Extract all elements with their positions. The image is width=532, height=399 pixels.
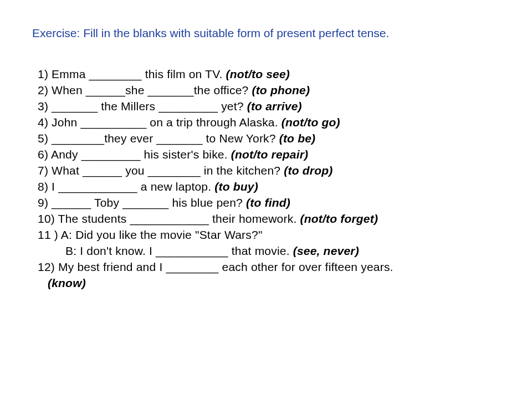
- question-hint: (to find): [246, 196, 290, 209]
- question-text: 11 ) A: Did you like the movie "Star War…: [38, 228, 263, 241]
- question-hint: (to phone): [252, 84, 310, 96]
- exercise-list: 1) Emma ________ this film on TV. (not/t…: [28, 66, 504, 291]
- question-hint: (not/to repair): [231, 148, 309, 161]
- question-text: B: I don't know. I ___________ that movi…: [65, 244, 293, 257]
- question-hint: (not/to see): [226, 68, 290, 80]
- question-8: 8) I ____________ a new laptop. (to buy): [38, 179, 504, 195]
- question-text: 5) ________they ever _______ to New York…: [38, 132, 279, 145]
- question-3: 3) _______ the Millers _________ yet? (t…: [38, 99, 504, 115]
- question-6: 6) Andy _________ his sister's bike. (no…: [38, 147, 504, 163]
- question-hint: (not/to go): [282, 116, 340, 129]
- question-text: 12) My best friend and I ________ each o…: [38, 260, 393, 273]
- question-11a: 11 ) A: Did you like the movie "Star War…: [38, 227, 504, 243]
- question-hint: (to arrive): [247, 100, 302, 112]
- question-2: 2) When ______she _______the office? (to…: [38, 83, 504, 99]
- question-hint: (to drop): [284, 164, 332, 177]
- question-text: 1) Emma ________ this film on TV.: [38, 68, 226, 80]
- question-7: 7) What ______ you ________ in the kitch…: [38, 163, 504, 179]
- question-11b: B: I don't know. I ___________ that movi…: [38, 243, 504, 259]
- question-10: 10) The students ____________ their home…: [38, 211, 504, 227]
- question-hint: (see, never): [293, 244, 359, 257]
- question-text: 6) Andy _________ his sister's bike.: [38, 148, 231, 161]
- question-text: 7) What ______ you ________ in the kitch…: [38, 164, 284, 177]
- question-hint: (not/to forget): [300, 212, 378, 225]
- question-4: 4) John __________ on a trip through Ala…: [38, 115, 504, 131]
- question-hint: (to buy): [214, 180, 258, 193]
- question-text: 10) The students ____________ their home…: [38, 212, 300, 225]
- question-text: 4) John __________ on a trip through Ala…: [38, 116, 282, 129]
- question-1: 1) Emma ________ this film on TV. (not/t…: [38, 66, 504, 83]
- exercise-title: Exercise: Fill in the blanks with suitab…: [28, 27, 504, 40]
- question-hint: (know): [48, 277, 86, 289]
- question-12a: 12) My best friend and I ________ each o…: [38, 259, 504, 275]
- question-text: 3) _______ the Millers _________ yet?: [38, 100, 247, 112]
- question-9: 9) ______ Toby _______ his blue pen? (to…: [38, 195, 504, 211]
- question-hint: (to be): [279, 132, 316, 145]
- question-text: 2) When ______she _______the office?: [38, 84, 252, 96]
- question-5: 5) ________they ever _______ to New York…: [38, 131, 504, 147]
- question-text: 8) I ____________ a new laptop.: [38, 180, 214, 193]
- question-text: 9) ______ Toby _______ his blue pen?: [38, 196, 246, 209]
- question-12b: (know): [38, 275, 504, 291]
